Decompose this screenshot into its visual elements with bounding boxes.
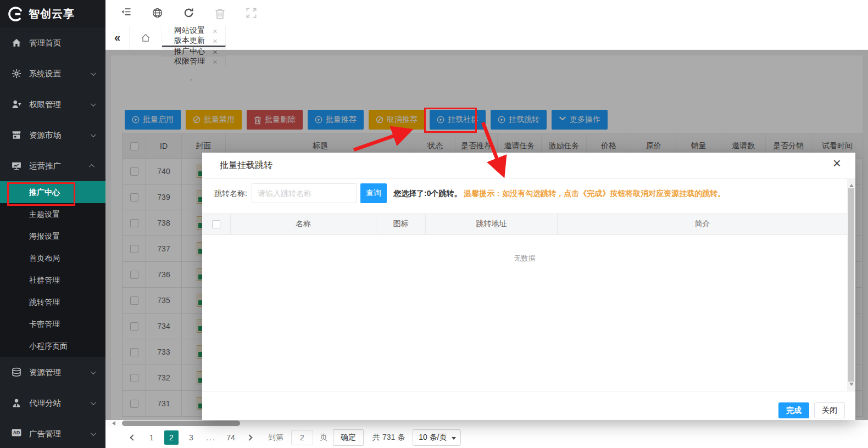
- empty-state-text: 无数据: [202, 254, 847, 264]
- page-ellipsis: ...: [204, 430, 218, 445]
- svg-text:AD: AD: [13, 430, 20, 435]
- tab-版本更新[interactable]: 版本更新×: [162, 36, 226, 46]
- modal-footer: 完成 关闭: [202, 391, 855, 420]
- modal-select-all-checkbox[interactable]: [212, 220, 220, 228]
- modal-select-all-cell: [202, 214, 231, 234]
- goto-page-input[interactable]: [291, 430, 313, 445]
- app-logo: 智创云享: [0, 0, 105, 27]
- sidebar-item-label: 资源管理: [29, 367, 91, 378]
- sidebar-item-label: 运营推广: [29, 161, 91, 171]
- next-page-button[interactable]: [246, 434, 252, 440]
- modal-column-header-跳转地址: 跳转地址: [426, 214, 558, 234]
- sidebar-item-label: 代理分站: [29, 398, 91, 408]
- chevron-down-icon: [91, 70, 96, 76]
- sidebar-item-权限管理[interactable]: 权限管理: [0, 89, 105, 120]
- page-button-74[interactable]: 74: [224, 430, 238, 445]
- submenu-item-小程序页面[interactable]: 小程序页面: [0, 335, 105, 357]
- sidebar-item-系统设置[interactable]: 系统设置: [0, 58, 105, 89]
- modal-column-header-图标: 图标: [376, 214, 426, 234]
- trash-icon[interactable]: [215, 8, 225, 18]
- modal-scrollbar[interactable]: [847, 179, 855, 391]
- ad-icon: AD: [12, 429, 21, 439]
- chevron-down-icon: [452, 437, 456, 442]
- page-button-2[interactable]: 2: [164, 430, 179, 445]
- tabbar: « 网站设置×版本更新×推广中心×权限管理×: [105, 26, 868, 50]
- goto-label: 到第: [268, 433, 283, 443]
- chevron-down-icon: [91, 400, 96, 405]
- modal-column-header-名称: 名称: [231, 214, 376, 234]
- chevron-down-icon: [91, 101, 96, 107]
- submenu-item-海报设置[interactable]: 海报设置: [0, 225, 105, 247]
- warm-tip-text: 温馨提示：如没有勾选跳转，点击《完成》按钮将取消对应资源挂载的跳转。: [464, 189, 725, 198]
- store-icon: [12, 130, 21, 140]
- submenu-item-卡密管理[interactable]: 卡密管理: [0, 313, 105, 335]
- total-count: 共 731 条: [372, 433, 405, 443]
- submenu-item-社群管理[interactable]: 社群管理: [0, 269, 105, 291]
- goto-unit: 页: [320, 433, 327, 443]
- submenu-item-跳转管理[interactable]: 跳转管理: [0, 291, 105, 313]
- sidebar-item-资源市场[interactable]: 资源市场: [0, 120, 105, 150]
- tab-home[interactable]: [130, 26, 162, 49]
- home-icon: [141, 33, 151, 43]
- jump-name-label: 跳转名称:: [214, 183, 247, 203]
- modal-scrollbar-thumb[interactable]: [848, 188, 854, 382]
- page-button-1[interactable]: 1: [144, 430, 159, 445]
- tab-label: 版本更新: [174, 36, 205, 46]
- cancel-button[interactable]: 关闭: [814, 402, 845, 418]
- sidebar-item-运营推广[interactable]: 运营推广: [0, 150, 105, 181]
- refresh-icon[interactable]: [183, 8, 194, 18]
- promo-icon: [12, 161, 21, 171]
- done-button[interactable]: 完成: [778, 402, 809, 418]
- sidebar-item-label: 系统设置: [29, 69, 91, 79]
- query-button[interactable]: 查询: [360, 183, 387, 203]
- close-icon[interactable]: ×: [213, 26, 218, 36]
- annotation-box-mount-jump-button: [424, 108, 477, 133]
- collapse-menu-icon[interactable]: [121, 8, 131, 18]
- goto-confirm-button[interactable]: 确定: [333, 429, 364, 446]
- sidebar-item-广告管理[interactable]: AD广告管理: [0, 418, 105, 448]
- agent-icon: [12, 398, 21, 408]
- globe-icon[interactable]: [152, 8, 163, 18]
- page-size-select[interactable]: 10 条/页: [413, 429, 460, 446]
- divider: [202, 178, 855, 179]
- sidebar-item-label: 资源市场: [29, 130, 91, 141]
- sidebar-item-资源管理[interactable]: 资源管理: [0, 357, 105, 388]
- prev-page-button[interactable]: [130, 434, 136, 440]
- sidebar-item-代理分站[interactable]: 代理分站: [0, 388, 105, 418]
- scroll-down-icon[interactable]: [849, 383, 854, 388]
- annotation-box-promotion-center: [7, 182, 75, 206]
- page-button-3[interactable]: 3: [184, 430, 198, 445]
- layers-icon: [12, 367, 21, 377]
- sidebar-item-label: 广告管理: [29, 429, 91, 439]
- tab-网站设置[interactable]: 网站设置×: [162, 26, 226, 36]
- modal-title: 批量挂载跳转: [220, 160, 272, 171]
- home-icon: [12, 38, 21, 48]
- close-icon[interactable]: ×: [213, 36, 218, 46]
- horizontal-scrollbar-thumb[interactable]: [122, 421, 240, 426]
- tabs-collapse-button[interactable]: «: [105, 26, 130, 49]
- submenu-item-主题设置[interactable]: 主题设置: [0, 203, 105, 225]
- scroll-left-icon[interactable]: [110, 421, 115, 425]
- submenu-运营推广: 推广中心主题设置海报设置首页布局社群管理跳转管理卡密管理小程序页面: [0, 181, 105, 357]
- sidebar-item-label: 权限管理: [29, 99, 91, 110]
- jump-name-input[interactable]: [252, 183, 357, 203]
- sidebar-item-管理首页[interactable]: 管理首页: [0, 27, 105, 58]
- sidebar: 智创云享 管理首页系统设置权限管理资源市场运营推广推广中心主题设置海报设置首页布…: [0, 0, 105, 448]
- chevron-down-icon: [91, 369, 96, 374]
- tab-label: 网站设置: [174, 26, 205, 36]
- topbar: [105, 0, 868, 26]
- modal-column-header-简介: 简介: [558, 214, 847, 234]
- pagination-bar: 123...74 到第 页 确定 共 731 条 10 条/页: [105, 427, 868, 448]
- horizontal-scrollbar[interactable]: [105, 420, 868, 427]
- app-title: 智创云享: [29, 7, 75, 21]
- submenu-item-首页布局[interactable]: 首页布局: [0, 247, 105, 269]
- sidebar-item-label: 管理首页: [29, 38, 94, 48]
- key-icon: [12, 99, 21, 109]
- batch-jump-modal: 批量挂载跳转 × 跳转名称: 查询 您选择了:0个跳转。 温馨提示：如没有勾选跳…: [202, 153, 855, 420]
- scroll-up-icon[interactable]: [849, 182, 854, 187]
- chevron-down-icon: [91, 430, 96, 436]
- brand-g-icon: [8, 7, 23, 21]
- gear-icon: [12, 69, 21, 79]
- fullscreen-icon[interactable]: [246, 8, 257, 18]
- close-icon[interactable]: ×: [833, 156, 841, 170]
